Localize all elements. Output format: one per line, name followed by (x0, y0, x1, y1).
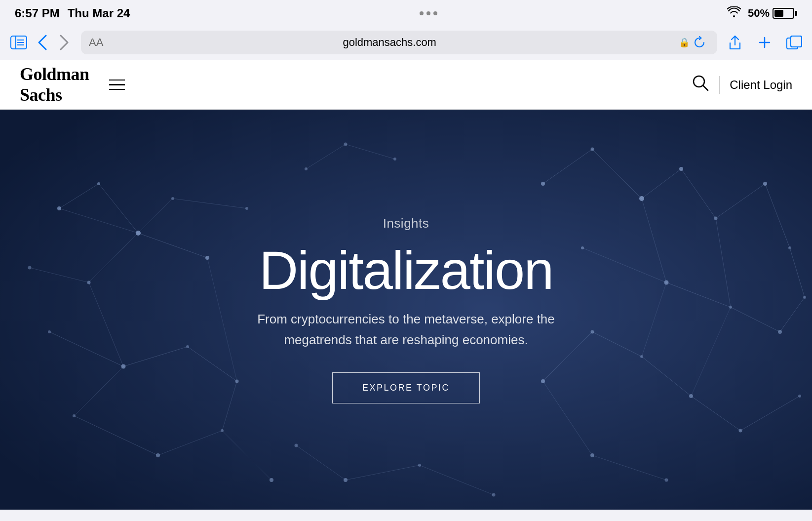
status-date: Thu Mar 24 (68, 6, 130, 20)
aa-button[interactable]: AA (89, 36, 103, 49)
dot-2 (426, 11, 430, 15)
back-button[interactable] (34, 32, 51, 53)
add-tab-button[interactable] (755, 33, 774, 52)
sidebar-toggle-button[interactable] (8, 32, 30, 53)
share-button[interactable] (725, 33, 745, 52)
search-button[interactable] (692, 74, 709, 96)
explore-topic-button[interactable]: EXPLORE TOPIC (332, 372, 480, 403)
status-right: 50% (727, 6, 797, 20)
wifi-icon (727, 6, 741, 20)
client-login-button[interactable]: Client Login (730, 78, 792, 92)
svg-rect-6 (791, 36, 802, 47)
browser-chrome: AA goldmansachs.com 🔒 (0, 27, 812, 60)
url-text: goldmansachs.com (103, 36, 676, 49)
hamburger-menu-button[interactable] (105, 76, 129, 94)
status-bar: 6:57 PM Thu Mar 24 50% (0, 0, 812, 27)
status-time: 6:57 PM (15, 6, 60, 20)
header-right: Client Login (692, 74, 792, 96)
hamburger-line-2 (109, 84, 125, 85)
dots-indicator (420, 11, 437, 15)
insights-label: Insights (383, 216, 429, 231)
hero-section: Insights Digitalization From cryptocurre… (0, 110, 812, 510)
nav-buttons (8, 32, 73, 53)
dot-3 (433, 11, 437, 15)
hamburger-line-3 (109, 89, 125, 90)
header-divider (719, 76, 720, 94)
hamburger-line-1 (109, 80, 125, 81)
hero-content: Insights Digitalization From cryptocurre… (214, 216, 599, 403)
browser-actions (725, 33, 804, 52)
website-header: Goldman Sachs Client Login (0, 60, 812, 110)
logo-text: Goldman Sachs (20, 64, 89, 105)
svg-line-9 (703, 86, 708, 90)
hero-description: From cryptocurrencies to the metaverse, … (233, 309, 579, 350)
battery-percent: 50% (748, 7, 770, 20)
tabs-button[interactable] (784, 33, 804, 52)
dot-1 (420, 11, 424, 15)
logo[interactable]: Goldman Sachs (20, 64, 89, 105)
battery-indicator: 50% (748, 7, 797, 20)
forward-button[interactable] (55, 32, 73, 53)
svg-point-8 (694, 76, 704, 87)
reload-button[interactable] (690, 33, 709, 52)
lock-icon: 🔒 (679, 37, 690, 48)
address-bar[interactable]: AA goldmansachs.com 🔒 (81, 31, 717, 54)
hero-title: Digitalization (259, 243, 553, 297)
